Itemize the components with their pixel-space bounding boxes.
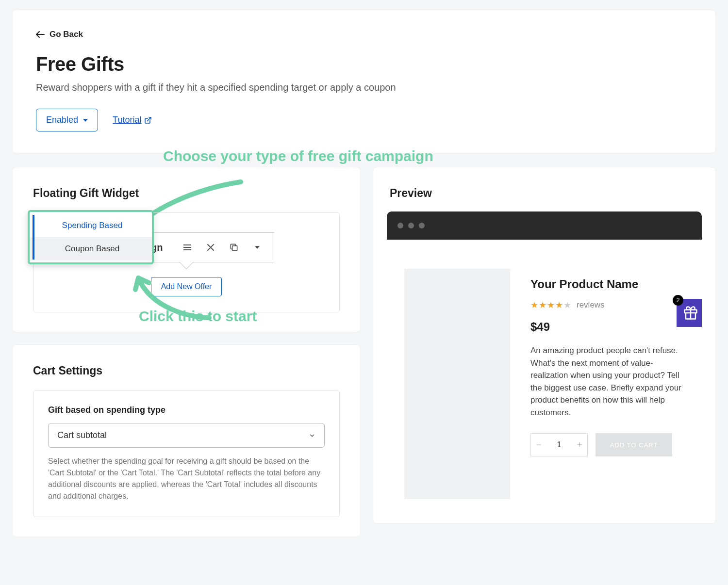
page-subtitle: Reward shoppers with a gift if they hit … [36,82,692,93]
cart-settings-inner: Gift based on spending type Cart subtota… [33,390,340,517]
cart-row: − 1 + ADD TO CART [530,433,684,456]
dropdown-active-stripe [33,215,34,260]
widget-section-title: Floating Gift Widget [33,187,340,200]
external-link-icon [144,116,152,124]
main-row: Choose your type of free gift campaign F… [12,167,716,537]
go-back-label: Go Back [50,30,83,39]
close-icon[interactable] [199,236,222,259]
widget-config-box: Spending Based Coupon Based aign [33,212,340,312]
browser-title-bar [387,211,702,240]
product-description: An amazing product people can't refuse. … [530,344,684,419]
spending-type-help: Select whether the spending goal for rec… [48,455,325,502]
spending-type-value: Cart subtotal [57,430,107,440]
floating-gift-widget-card: Choose your type of free gift campaign F… [12,167,361,332]
product-price: $49 [530,320,684,334]
drag-handle-icon[interactable] [176,236,199,259]
rating-row: ★★★★★ reviews [530,300,684,310]
spending-type-label: Gift based on spending type [48,405,325,415]
chevron-down-icon [309,432,315,439]
qty-decrement-button[interactable]: − [531,440,546,450]
campaign-type-dropdown: Spending Based Coupon Based [28,210,154,264]
svg-rect-6 [232,246,237,251]
cart-settings-card: Cart Settings Gift based on spending typ… [12,344,361,537]
enabled-dropdown-button[interactable]: Enabled [36,109,98,131]
caret-down-icon [83,119,88,122]
dropdown-item-spending-based[interactable]: Spending Based [30,214,152,237]
preview-title: Preview [387,187,702,200]
product-image-placeholder [404,269,510,499]
product-info: Your Product Name ★★★★★ reviews $49 An a… [530,269,684,499]
add-to-cart-button[interactable]: ADD TO CART [596,433,672,456]
reviews-label: reviews [577,300,605,310]
preview-product-area: Your Product Name ★★★★★ reviews $49 An a… [387,240,702,523]
expand-caret-icon[interactable] [246,236,269,259]
product-name: Your Product Name [530,277,684,291]
browser-mockup: Your Product Name ★★★★★ reviews $49 An a… [387,211,702,523]
star-rating: ★★★★★ [530,300,572,310]
floating-gift-widget-button[interactable]: 2 [677,299,702,327]
svg-line-0 [148,117,151,121]
go-back-link[interactable]: Go Back [36,30,83,39]
window-dot [419,223,425,228]
qty-value: 1 [546,440,572,449]
window-dot [397,223,403,228]
preview-panel: Preview Your Product Name ★★★★★ reviews … [373,167,716,524]
cart-settings-title: Cart Settings [33,364,340,377]
gift-badge-count: 2 [673,295,683,306]
enabled-label: Enabled [46,115,78,125]
quantity-stepper[interactable]: − 1 + [530,433,588,456]
duplicate-icon[interactable] [222,236,246,259]
qty-increment-button[interactable]: + [572,440,587,450]
header-actions: Enabled Tutorial [36,109,692,131]
tutorial-label: Tutorial [113,115,141,125]
add-new-offer-button[interactable]: Add New Offer [151,277,222,296]
header-card: Go Back Free Gifts Reward shoppers with … [12,10,716,153]
spending-type-select[interactable]: Cart subtotal [48,423,325,448]
page-title: Free Gifts [36,53,692,75]
dropdown-item-coupon-based[interactable]: Coupon Based [30,237,152,260]
gift-icon [683,306,698,320]
arrow-left-icon [36,31,45,38]
left-column: Choose your type of free gift campaign F… [12,167,361,537]
window-dot [408,223,414,228]
tutorial-link[interactable]: Tutorial [113,115,152,125]
